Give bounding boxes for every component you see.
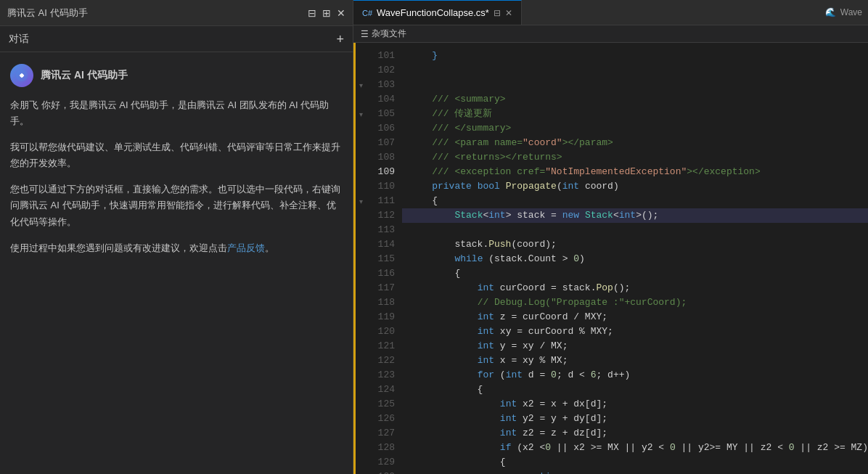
ai-feedback-text: 使用过程中如果您遇到问题或有改进建议，欢迎点击产品反馈。 — [10, 240, 343, 256]
fold-button-6[interactable] — [356, 121, 366, 136]
code-editor-panel: C# WaveFunctionCollapse.cs* ⊟ ✕ 🌊 Wave ☰… — [353, 0, 868, 474]
pin-icon[interactable]: ⊟ — [308, 7, 316, 19]
conversation-content: 腾讯云 AI 代码助手 余朋飞 你好，我是腾讯云 AI 代码助手，是由腾讯云 A… — [0, 52, 353, 474]
line-num: 129 — [378, 455, 395, 470]
conversation-tab-bar: 对话 + — [0, 26, 353, 52]
fold-button-12[interactable] — [356, 208, 366, 223]
ai-assistant-panel: 腾讯云 AI 代码助手 ⊟ ⊞ ✕ 对话 + 腾讯云 AI 代码助手 余朋 — [0, 0, 353, 474]
line-num: 128 — [378, 441, 395, 455]
line-num: 116 — [378, 266, 395, 281]
line-num: 110 — [378, 179, 395, 194]
editor-tab-meta: 🌊 Wave — [825, 7, 868, 17]
line-num: 107 — [378, 136, 395, 150]
line-num: 125 — [378, 397, 395, 412]
ai-dialog-hint: 您也可以通过下方的对话框，直接输入您的需求。也可以选中一段代码，右键询问腾讯云 … — [10, 181, 343, 229]
line-num: 104 — [378, 92, 395, 107]
line-num: 127 — [378, 426, 395, 441]
ai-name-label: 腾讯云 AI 代码助手 — [41, 69, 128, 82]
editor-breadcrumb: ☰ 杂项文件 — [353, 25, 868, 43]
product-feedback-link[interactable]: 产品反馈 — [227, 242, 265, 253]
line-num: 108 — [378, 150, 395, 165]
line-num: 106 — [378, 121, 395, 136]
editor-tab-wavefunctioncollapse[interactable]: C# WaveFunctionCollapse.cs* ⊟ ✕ — [353, 0, 522, 25]
breadcrumb-text: 杂项文件 — [372, 28, 406, 40]
line-num: 126 — [378, 412, 395, 426]
line-num: 123 — [378, 368, 395, 383]
line-num: 122 — [378, 354, 395, 368]
panel-header: 腾讯云 AI 代码助手 ⊟ ⊞ ✕ — [0, 0, 353, 26]
fold-button-8[interactable] — [356, 150, 366, 165]
breadcrumb-icon: ☰ — [361, 29, 369, 39]
line-num: 124 — [378, 383, 395, 397]
editor-body: ▾ ▾ ▾ 101 102 103 104 105 106 107 108 10… — [353, 43, 868, 474]
fold-button-2[interactable] — [356, 63, 366, 78]
fold-button-4[interactable] — [356, 92, 366, 107]
panel-title: 腾讯云 AI 代码助手 — [7, 7, 88, 20]
fold-button-11[interactable]: ▾ — [356, 194, 366, 208]
line-num: 113 — [378, 223, 395, 237]
panel-header-icons: ⊟ ⊞ ✕ — [308, 7, 345, 19]
line-num: 130 — [378, 470, 395, 474]
line-num: 102 — [378, 63, 395, 78]
tab-filename: WaveFunctionCollapse.cs* — [377, 7, 489, 18]
tab-pin-icon[interactable]: ⊟ — [494, 8, 501, 18]
ai-capabilities: 我可以帮您做代码建议、单元测试生成、代码纠错、代码评审等日常工作来提升您的开发效… — [10, 139, 343, 171]
line-num: 115 — [378, 252, 395, 266]
line-num: 101 — [378, 49, 395, 63]
line-num: 120 — [378, 324, 395, 339]
ai-welcome-message: 腾讯云 AI 代码助手 余朋飞 你好，我是腾讯云 AI 代码助手，是由腾讯云 A… — [10, 64, 343, 256]
fold-button-9[interactable] — [356, 165, 366, 179]
code-editor-area[interactable]: } /// <summary> /// 传递更新 /// </summary> … — [402, 43, 868, 474]
fold-button-5[interactable]: ▾ — [356, 107, 366, 121]
line-num: 111 — [378, 194, 395, 208]
line-num: 117 — [378, 281, 395, 295]
tab-close-icon[interactable]: ✕ — [505, 8, 512, 18]
editor-tab-bar: C# WaveFunctionCollapse.cs* ⊟ ✕ 🌊 Wave — [353, 0, 868, 25]
line-num: 119 — [378, 310, 395, 324]
add-conversation-button[interactable]: + — [336, 33, 344, 46]
line-number-gutter: 101 102 103 104 105 106 107 108 109 110 … — [366, 43, 402, 474]
line-num: 105 — [378, 107, 395, 121]
line-num: 109 — [378, 165, 395, 179]
ai-greeting: 余朋飞 你好，我是腾讯云 AI 代码助手，是由腾讯云 AI 团队发布的 AI 代… — [10, 97, 343, 129]
fold-button-10[interactable] — [356, 179, 366, 194]
ai-avatar — [10, 64, 33, 87]
fold-button-3[interactable]: ▾ — [356, 78, 366, 92]
line-num: 121 — [378, 339, 395, 354]
split-icon[interactable]: ⊞ — [322, 7, 331, 19]
conversation-tab[interactable]: 对话 — [9, 33, 29, 46]
fold-gutter: ▾ ▾ ▾ — [356, 43, 366, 474]
csharp-file-icon: C# — [362, 9, 372, 17]
line-num: 114 — [378, 237, 395, 252]
ai-header-row: 腾讯云 AI 代码助手 — [10, 64, 343, 87]
line-num: 103 — [378, 78, 395, 92]
fold-button-1[interactable] — [356, 49, 366, 63]
wave-label-text: Wave — [840, 7, 862, 17]
close-panel-icon[interactable]: ✕ — [337, 7, 345, 19]
line-num: 118 — [378, 295, 395, 310]
wave-icon: 🌊 — [825, 7, 836, 17]
svg-point-1 — [20, 74, 24, 78]
line-num: 112 — [378, 208, 395, 223]
fold-button-7[interactable] — [356, 136, 366, 150]
